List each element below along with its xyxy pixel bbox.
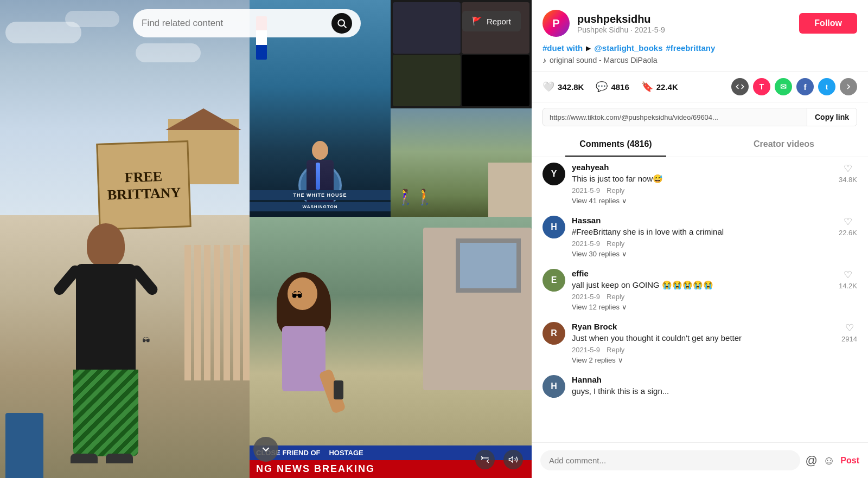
- copy-link-button[interactable]: Copy link: [807, 108, 857, 126]
- comment-username[interactable]: yeahyeah: [572, 163, 832, 172]
- music-row: ♪ original sound - Marcus DiPaola: [542, 56, 857, 64]
- reply-link[interactable]: Reply: [607, 186, 624, 195]
- video-panel: 🚩 Report FREE: [0, 0, 532, 478]
- comment-avatar: R: [542, 322, 565, 345]
- whatsapp-share-icon[interactable]: ✉: [775, 78, 792, 95]
- comment-item: H Hannah guys, I think this is a sign...: [542, 375, 857, 399]
- collage-cell: 🚶‍♀️🚶: [391, 0, 532, 217]
- svg-line-1: [344, 25, 347, 28]
- reply-link[interactable]: Reply: [607, 346, 624, 354]
- comment-item: H Hassan #FreeBrittany she is in love wi…: [542, 216, 857, 258]
- emoji-icon[interactable]: ☺: [823, 454, 835, 468]
- woman-figure: 🕶: [271, 272, 358, 435]
- comments-stat[interactable]: 💬 4816: [596, 81, 629, 93]
- sidebar-header: P pushpeksidhu Pushpek Sidhu · 2021-5-9 …: [532, 0, 868, 72]
- share-icons: T ✉ f t: [731, 78, 857, 95]
- comment-input[interactable]: [540, 450, 800, 470]
- comment-date: 2021-5-9: [572, 240, 600, 248]
- mute-icon-btn[interactable]: [503, 450, 523, 469]
- svg-marker-2: [509, 457, 513, 463]
- like-count: 22.6K: [839, 229, 857, 237]
- tiktok-share-icon[interactable]: T: [753, 78, 770, 95]
- tags-row: #duet with ▶ @starlight_books #freebritt…: [542, 43, 857, 53]
- search-button[interactable]: [331, 13, 352, 34]
- people-walking: 🚶‍♀️🚶: [396, 188, 434, 206]
- embed-icon[interactable]: [731, 78, 749, 95]
- like-count: 14.2K: [839, 282, 857, 290]
- stats-row: 🤍 342.8K 💬 4816 🔖 22.4K T ✉: [532, 72, 868, 102]
- heart-icon: 🤍: [542, 81, 554, 93]
- flip-icon-btn[interactable]: [475, 450, 495, 469]
- comment-username[interactable]: effie: [572, 269, 832, 278]
- view-replies[interactable]: View 12 replies ∨: [572, 303, 832, 311]
- comment-like[interactable]: ♡ 34.8K: [839, 163, 857, 205]
- video-bottom-icons: [475, 450, 523, 469]
- bookmarks-stat[interactable]: 🔖 22.4K: [641, 81, 678, 93]
- search-input[interactable]: [142, 18, 331, 29]
- comment-like[interactable]: ♡ 14.2K: [839, 269, 857, 311]
- tab-creator-videos[interactable]: Creator videos: [700, 132, 868, 157]
- comment-input-row: @ ☺ Post: [532, 442, 868, 478]
- comment-text: #FreeBrittany she is in love with a crim…: [572, 226, 832, 237]
- user-info: pushpeksidhu Pushpek Sidhu · 2021-5-9: [577, 13, 792, 34]
- comment-text: yall just keep on GOING 😭😭😭😭😭: [572, 279, 832, 290]
- comment-body: effie yall just keep on GOING 😭😭😭😭😭 2021…: [572, 269, 832, 311]
- comment-username[interactable]: Hannah: [572, 375, 857, 384]
- comment-username[interactable]: Ryan Brock: [572, 322, 835, 331]
- reply-link[interactable]: Reply: [607, 293, 624, 301]
- music-note-icon: ♪: [542, 56, 546, 64]
- wh-label-2: WASHINGTON: [250, 202, 391, 211]
- report-button[interactable]: 🚩 Report: [462, 11, 521, 31]
- comment-like[interactable]: ♡ 22.6K: [839, 216, 857, 258]
- like-icon[interactable]: ♡: [845, 322, 854, 334]
- mention-link[interactable]: @starlight_books: [594, 43, 662, 53]
- wh-label-1: THE WHITE HOUSE: [250, 190, 391, 200]
- twitter-share-icon[interactable]: t: [818, 78, 835, 95]
- comment-avatar: Y: [542, 163, 565, 185]
- like-icon[interactable]: ♡: [844, 163, 852, 175]
- woman-video-cell: 🕶 CLOSE FRIEND OF HOSTAGE NG NEWS BREAKI…: [250, 217, 532, 478]
- likes-stat[interactable]: 🤍 342.8K: [542, 81, 584, 93]
- at-icon[interactable]: @: [806, 454, 818, 468]
- comment-body: Hannah guys, I think this is a sign...: [572, 375, 857, 399]
- view-replies[interactable]: View 2 replies ∨: [572, 356, 835, 364]
- comment-date: 2021-5-9: [572, 186, 600, 195]
- like-icon[interactable]: ♡: [844, 269, 852, 281]
- post-button[interactable]: Post: [840, 456, 859, 466]
- sign: FREE BRITTANY: [96, 140, 191, 230]
- like-icon[interactable]: ♡: [844, 216, 852, 228]
- play-icon: ▶: [586, 44, 591, 52]
- comment-body: Hassan #FreeBrittany she is in love with…: [572, 216, 832, 258]
- comment-avatar: E: [542, 269, 565, 292]
- like-count: 2914: [841, 335, 857, 343]
- comment-like[interactable]: ♡ 2914: [841, 322, 857, 364]
- bookmark-icon: 🔖: [641, 81, 653, 93]
- flag-icon: 🚩: [472, 16, 482, 26]
- follow-button[interactable]: Follow: [799, 13, 857, 34]
- comment-date: 2021-5-9: [572, 293, 600, 301]
- facebook-share-icon[interactable]: f: [796, 78, 814, 95]
- comment-action-icons: @ ☺: [806, 454, 835, 468]
- username: pushpeksidhu: [577, 13, 792, 25]
- user-row: P pushpeksidhu Pushpek Sidhu · 2021-5-9 …: [542, 10, 857, 37]
- hashtag-link[interactable]: #freebrittany: [666, 43, 716, 53]
- tabs-row: Comments (4816) Creator videos: [532, 132, 868, 157]
- view-replies[interactable]: View 30 replies ∨: [572, 250, 832, 258]
- left-video: FREE BRITTANY 🕶: [0, 0, 250, 478]
- tab-comments[interactable]: Comments (4816): [532, 132, 700, 157]
- comment-body: Ryan Brock Just when you thought it coul…: [572, 322, 835, 364]
- comment-body: yeahyeah This is just too far now😅 2021-…: [572, 163, 832, 205]
- comment-icon: 💬: [596, 81, 608, 93]
- comment-item: E effie yall just keep on GOING 😭😭😭😭😭 20…: [542, 269, 857, 311]
- search-bar[interactable]: [133, 9, 361, 37]
- reply-link[interactable]: Reply: [607, 240, 624, 248]
- scroll-down-button[interactable]: [253, 437, 278, 462]
- view-replies[interactable]: View 41 replies ∨: [572, 197, 832, 205]
- comments-list: Y yeahyeah This is just too far now😅 202…: [532, 157, 868, 442]
- music-credit: original sound - Marcus DiPaola: [550, 56, 657, 64]
- comment-username[interactable]: Hassan: [572, 216, 832, 225]
- comment-item: R Ryan Brock Just when you thought it co…: [542, 322, 857, 364]
- url-row: https://www.tiktok.com/@pushpeksidhu/vid…: [542, 108, 857, 126]
- forward-icon[interactable]: [840, 78, 857, 95]
- person-figure: FREE BRITTANY 🕶: [33, 126, 184, 478]
